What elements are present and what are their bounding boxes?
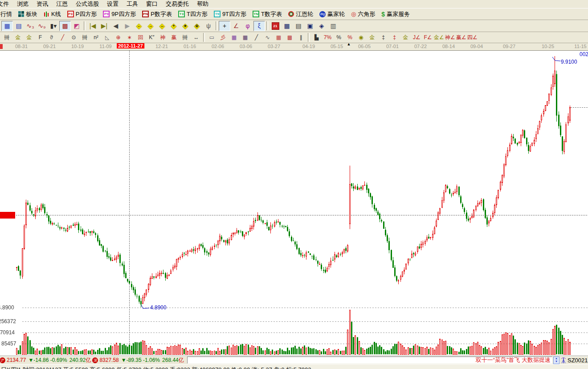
shen-tool-icon[interactable]: 神 — [157, 33, 168, 42]
stretch-horizontal-icon[interactable]: ◆↔ — [156, 21, 168, 31]
dark-grid-icon[interactable]: ▦ — [240, 33, 251, 42]
crosshair-price-marker — [0, 212, 15, 219]
menu-item-4[interactable]: 公式选股 — [72, 0, 103, 8]
screen-icon[interactable]: ▭ — [206, 33, 217, 42]
gold-scale-icon[interactable]: 金 — [12, 33, 24, 42]
scale-123-icon[interactable]: 卌 — [180, 33, 191, 42]
pen-tool-icon[interactable]: ╱ — [57, 33, 68, 42]
hexagon-button[interactable]: ◎六角形 — [348, 9, 378, 19]
first-page-icon[interactable]: |◀ — [87, 21, 98, 31]
date-tick: 08-31 — [15, 44, 28, 49]
zoom-icon[interactable]: ◆⊕ — [191, 21, 203, 31]
menu-item-2[interactable]: 资讯 — [33, 0, 52, 8]
menu-item-5[interactable]: 设置 — [103, 0, 122, 8]
icon-toolbar-1: ▦▤∿₃∿₉▮▾▩◩|◀▶|◀▶◆←◆→◆↔◆+◆∗◆⊕ψ+∠φξ21▦▤▣◈▥ — [0, 20, 588, 32]
draw-text-icon[interactable]: φ — [242, 21, 253, 31]
kline-button[interactable]: K线 — [41, 9, 64, 19]
line-pen-icon[interactable]: ╱ — [251, 33, 262, 42]
f-angle-icon[interactable]: F∠ — [422, 33, 433, 42]
p-square-button[interactable]: P3P四方形 — [64, 9, 100, 19]
hand-drag-icon[interactable]: ψ — [203, 21, 214, 31]
blocks-button[interactable]: 板块 — [15, 9, 41, 19]
ninep-square-button[interactable]: P99P四方形 — [100, 9, 139, 19]
red-grid2-icon[interactable]: ▩ — [284, 33, 295, 42]
gold-angle-icon[interactable]: 金∠ — [433, 33, 445, 42]
width-measure-icon[interactable]: ↔ — [191, 33, 202, 42]
winner-wheel-button[interactable]: Big赢家轮 — [316, 9, 348, 19]
f10-info-icon[interactable]: ▤ — [13, 21, 24, 31]
k-mark-icon[interactable]: K″ — [146, 33, 157, 42]
j-angle-icon[interactable]: J∠ — [411, 33, 422, 42]
trend-line-icon[interactable]: ∠ — [230, 21, 242, 31]
gann-pattern-icon[interactable]: ▩ — [59, 21, 71, 31]
circle-scale-icon[interactable]: ⊙ — [68, 33, 79, 42]
menu-item-0[interactable]: 文件 — [0, 0, 13, 8]
t-number-button[interactable]: TNT数字表 — [249, 9, 285, 19]
shift-right-icon[interactable]: ◆→ — [145, 21, 156, 31]
save-icon[interactable]: ▣ — [304, 21, 316, 31]
angle-pen-icon[interactable]: ◺ — [102, 33, 113, 42]
red-grid-icon[interactable]: ▦ — [273, 33, 284, 42]
color-chart-icon[interactable]: ◩ — [71, 21, 82, 31]
spiral-tool-icon[interactable]: ϑ — [46, 33, 57, 42]
ying-angle-icon[interactable]: 赢∠ — [456, 33, 467, 42]
plain-scale-icon[interactable]: 卌 — [79, 33, 90, 42]
smart-analysis-icon[interactable]: ξ — [253, 21, 265, 31]
menu-item-1[interactable]: 浏览 — [13, 0, 33, 8]
p-number-button[interactable]: PNP数字表 — [139, 9, 175, 19]
gold-circle-icon[interactable]: ◉ — [355, 33, 367, 42]
kline-button-label: K线 — [51, 10, 61, 18]
kline-9-icon[interactable]: ∿₉ — [36, 21, 48, 31]
gann-ruler-icon[interactable]: 卌 — [1, 33, 12, 42]
system-tools-icon[interactable]: ▥ — [327, 21, 339, 31]
fib-scale-icon[interactable]: F — [35, 33, 46, 42]
kline-3-icon[interactable]: ∿₃ — [24, 21, 36, 31]
red-box-icon[interactable]: 回 — [135, 33, 146, 42]
histogram-icon[interactable]: ▙ — [311, 33, 322, 42]
menu-item-7[interactable]: 窗口 — [142, 0, 162, 8]
red-target-icon[interactable]: ⊕ — [113, 33, 124, 42]
gold-bars-icon[interactable]: 金 — [400, 33, 411, 42]
rays-icon[interactable]: 彡 — [217, 33, 229, 42]
ninet-square-button[interactable]: T99T四方形 — [211, 9, 249, 19]
winner-service-button[interactable]: $赢家服务 — [378, 9, 413, 19]
hexagon-button-label: 六角形 — [358, 10, 375, 18]
shen-angle-icon[interactable]: 神∠ — [445, 33, 456, 42]
compress-icon[interactable]: ◆+ — [168, 21, 180, 31]
t-square-button[interactable]: T3T四方形 — [175, 9, 211, 19]
percent7-icon[interactable]: 7% — [322, 33, 333, 42]
menu-item-3[interactable]: 江恩 — [52, 0, 72, 8]
candlestick-canvas[interactable] — [0, 51, 588, 356]
prev-page-icon[interactable]: ◀ — [110, 21, 122, 31]
marker-pen-icon[interactable]: ‡ — [378, 33, 389, 42]
calculator-icon[interactable]: ▦ — [281, 21, 293, 31]
wave-icon[interactable]: ∿ — [262, 33, 273, 42]
red-marker-icon[interactable]: ‡ — [389, 33, 400, 42]
percent-icon[interactable]: % — [333, 33, 344, 42]
red-star-icon[interactable]: ∗ — [124, 33, 135, 42]
gold-scale2-icon[interactable]: 金 — [24, 33, 35, 42]
ying-tool-icon[interactable]: 赢 — [168, 33, 180, 42]
code-spinner[interactable]: ▲▼ — [553, 357, 559, 364]
save-web-icon[interactable]: ◈ — [316, 21, 327, 31]
menu-item-8[interactable]: 交易委托 — [162, 0, 193, 8]
parallel-lines-icon[interactable]: ∥ — [295, 33, 306, 42]
quotes-button[interactable]: 行情 — [0, 9, 15, 19]
crosshair-icon[interactable]: + — [219, 21, 230, 31]
gold-lines-icon[interactable]: 金 — [367, 33, 378, 42]
n2-scale-icon[interactable]: n² — [90, 33, 102, 42]
percent-line-icon[interactable]: % — [344, 33, 355, 42]
calendar-icon[interactable]: 21 — [270, 21, 281, 31]
candle-period-icon[interactable]: ▮▾ — [48, 21, 59, 31]
last-page-icon[interactable]: ▶| — [98, 21, 110, 31]
si-angle-icon[interactable]: 四∠ — [467, 33, 478, 42]
menu-item-6[interactable]: 工具 — [122, 0, 142, 8]
notepad-icon[interactable]: ▤ — [293, 21, 304, 31]
next-page-icon[interactable]: ▶ — [122, 21, 133, 31]
menu-item-9[interactable]: 帮助 — [193, 0, 212, 8]
shift-left-icon[interactable]: ◆← — [133, 21, 145, 31]
expand-all-icon[interactable]: ◆∗ — [180, 21, 191, 31]
gann-wheel-button[interactable]: 江恩轮 — [285, 9, 316, 19]
purple-grid-icon[interactable]: ▦ — [229, 33, 240, 42]
market-overview-icon[interactable]: ▦ — [1, 21, 13, 31]
